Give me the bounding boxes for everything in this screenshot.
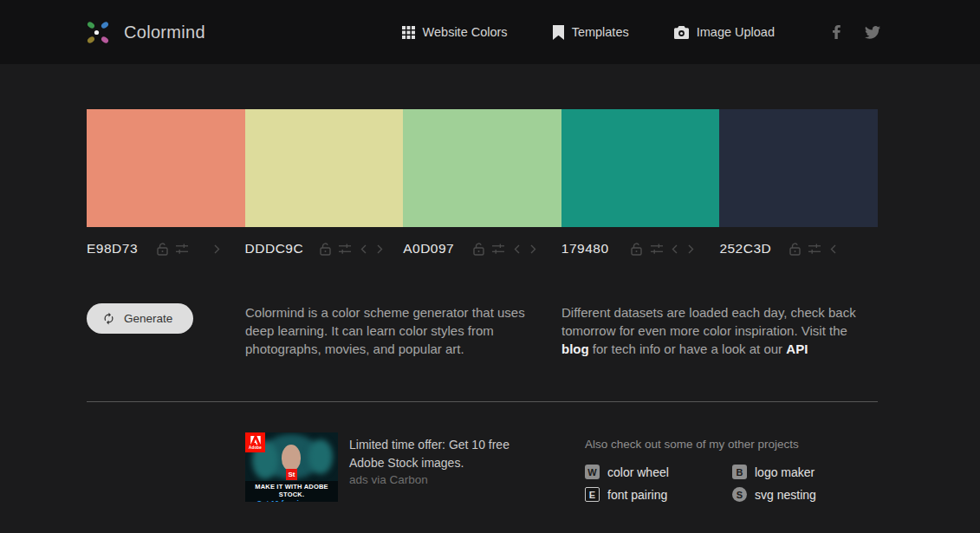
color-wheel-icon: W: [585, 465, 600, 479]
swatch-controls-5: 252C3D: [719, 227, 878, 258]
ad-art-face: [282, 445, 301, 471]
generate-button[interactable]: Generate: [87, 303, 193, 334]
colormind-logo-icon: [83, 16, 113, 48]
camera-icon: [674, 26, 689, 39]
description-paragraph-1: Colormind is a color scheme generator th…: [245, 303, 549, 358]
chevron-left-icon[interactable]: [828, 242, 837, 256]
hex-value[interactable]: E98D73: [87, 241, 140, 257]
chevron-left-icon[interactable]: [512, 242, 521, 256]
lock-icon[interactable]: [319, 242, 331, 256]
ad-strip: MAKE IT WITH ADOBE STOCK. Get 10 free im…: [245, 481, 338, 502]
color-swatch-1[interactable]: [87, 109, 245, 227]
nav-item-website-colors[interactable]: Website Colors: [402, 25, 508, 39]
bookmark-icon: [553, 25, 564, 40]
adjust-sliders-icon[interactable]: [651, 242, 663, 256]
twitter-icon[interactable]: [865, 24, 880, 40]
generate-label: Generate: [124, 312, 172, 325]
social-links: [828, 24, 880, 40]
adjust-sliders-icon[interactable]: [176, 242, 188, 256]
swatch-controls-3: A0D097: [403, 227, 561, 258]
hex-value[interactable]: DDDC9C: [245, 241, 304, 257]
blog-link[interactable]: blog: [561, 341, 589, 356]
color-swatch-4[interactable]: [561, 109, 720, 227]
adjust-sliders-icon[interactable]: [339, 242, 351, 256]
chevron-right-icon[interactable]: [529, 242, 537, 256]
adobe-stock-badge: St: [286, 469, 297, 480]
nav-label-website-colors: Website Colors: [423, 25, 508, 39]
ad-offer-text[interactable]: Limited time offer: Get 10 free Adobe St…: [349, 436, 531, 472]
font-pairing-icon: E: [585, 487, 600, 502]
swatch-controls-4: 179480: [561, 227, 720, 258]
nav-label-image-upload: Image Upload: [697, 25, 775, 39]
api-link[interactable]: API: [786, 341, 808, 356]
adobe-stock-ad-image[interactable]: Adobe St MAKE IT WITH ADOBE STOCK. Get 1…: [245, 432, 338, 502]
chevron-right-icon[interactable]: [212, 242, 221, 256]
carbon-ad: Adobe St MAKE IT WITH ADOBE STOCK. Get 1…: [245, 432, 585, 502]
projects-heading: Also check out some of my other projects: [585, 438, 879, 451]
brand-name: Colormind: [124, 23, 205, 42]
swatch-controls-2: DDDC9C: [245, 227, 404, 258]
project-link-logo-maker[interactable]: B logo maker: [732, 465, 879, 479]
lock-icon[interactable]: [631, 242, 643, 256]
lock-icon[interactable]: [156, 242, 168, 256]
footer: Adobe St MAKE IT WITH ADOBE STOCK. Get 1…: [87, 432, 878, 502]
hex-value[interactable]: 252C3D: [719, 241, 773, 257]
color-swatch-3[interactable]: [403, 109, 561, 227]
hex-value[interactable]: A0D097: [403, 241, 457, 257]
lock-icon[interactable]: [789, 242, 801, 256]
ad-cta-link[interactable]: Get 10 free images ›: [245, 499, 338, 502]
lock-icon[interactable]: [472, 242, 484, 256]
brand-logo[interactable]: Colormind: [83, 16, 205, 48]
color-swatch-5[interactable]: [719, 109, 878, 227]
project-link-svg-nesting[interactable]: S svg nesting: [732, 487, 879, 502]
chevron-left-icon[interactable]: [359, 242, 367, 256]
nav-item-templates[interactable]: Templates: [553, 25, 629, 40]
adjust-sliders-icon[interactable]: [492, 242, 504, 256]
ad-headline: MAKE IT WITH ADOBE STOCK.: [245, 483, 338, 498]
logo-maker-icon: B: [732, 465, 747, 479]
hex-row: E98D73 DDDC9C: [87, 227, 878, 258]
nav-label-templates: Templates: [572, 25, 629, 39]
controls-row: Generate Colormind is a color scheme gen…: [87, 303, 878, 358]
chevron-left-icon[interactable]: [671, 242, 679, 256]
projects-block: Also check out some of my other projects…: [585, 432, 879, 502]
svg-nesting-icon: S: [732, 487, 747, 502]
nav-item-image-upload[interactable]: Image Upload: [674, 25, 775, 39]
chevron-right-icon[interactable]: [375, 242, 384, 256]
palette: [87, 109, 878, 227]
refresh-icon: [102, 312, 115, 325]
hex-value[interactable]: 179480: [561, 241, 615, 257]
color-swatch-2[interactable]: [245, 109, 404, 227]
chevron-right-icon[interactable]: [687, 242, 696, 256]
adobe-logo-icon: Adobe: [245, 432, 265, 452]
main-content: E98D73 DDDC9C: [87, 109, 878, 502]
swatch-controls-1: E98D73: [87, 227, 245, 258]
project-link-color-wheel[interactable]: W color wheel: [585, 465, 732, 479]
description-paragraph-2: Different datasets are loaded each day, …: [561, 303, 878, 358]
navbar: Colormind Website Colors Templates: [0, 0, 980, 64]
nav-menu: Website Colors Templates Image Upload: [402, 25, 775, 40]
ad-attribution[interactable]: ads via Carbon: [349, 473, 531, 486]
divider: [87, 401, 878, 402]
adjust-sliders-icon[interactable]: [808, 242, 821, 256]
facebook-icon[interactable]: [828, 24, 844, 40]
project-link-font-pairing[interactable]: E font pairing: [585, 487, 732, 502]
grid-icon: [402, 26, 415, 39]
